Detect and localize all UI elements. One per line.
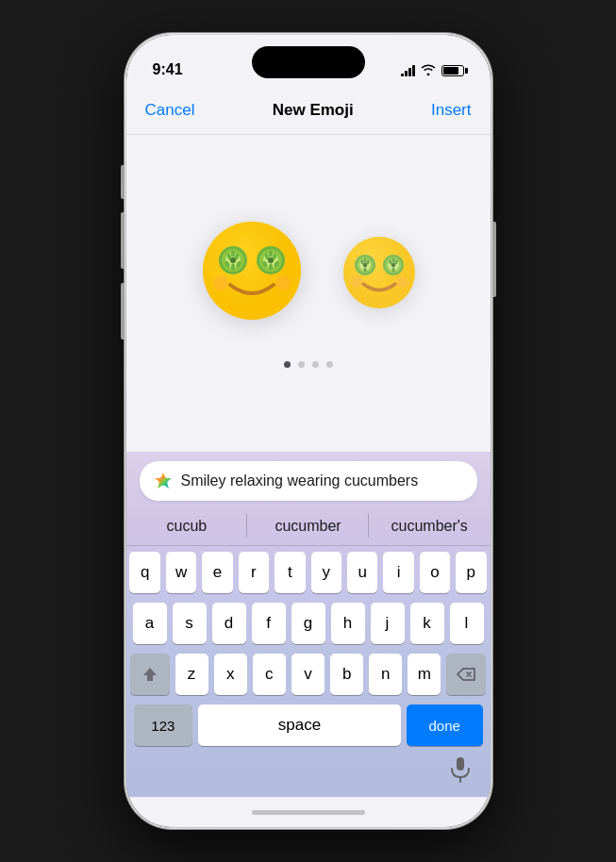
- key-p[interactable]: p: [456, 552, 486, 593]
- home-indicator-area: [126, 797, 491, 827]
- search-field[interactable]: Smiley relaxing wearing cucumbers: [140, 461, 477, 501]
- apple-intelligence-icon: [153, 471, 174, 491]
- power-button[interactable]: [492, 222, 496, 297]
- signal-icon: [401, 65, 415, 76]
- battery-icon: [441, 65, 464, 76]
- svg-point-7: [231, 251, 235, 257]
- svg-point-33: [362, 263, 366, 267]
- key-u[interactable]: u: [347, 552, 377, 593]
- key-g[interactable]: g: [291, 603, 325, 644]
- key-row-3: z x c v b n m: [130, 654, 487, 695]
- shift-key[interactable]: [130, 654, 170, 695]
- autocomplete-cucub[interactable]: cucub: [126, 506, 248, 545]
- key-f[interactable]: f: [252, 603, 286, 644]
- wifi-icon: [421, 63, 436, 78]
- screen-content: 9:41: [126, 35, 491, 827]
- dot-1[interactable]: [284, 361, 291, 368]
- svg-point-23: [275, 275, 291, 290]
- svg-point-40: [391, 268, 394, 273]
- svg-point-17: [269, 251, 273, 257]
- microphone-icon[interactable]: [447, 756, 474, 783]
- svg-point-8: [231, 264, 235, 271]
- cancel-button[interactable]: Cancel: [145, 101, 195, 120]
- svg-point-39: [391, 258, 394, 263]
- key-j[interactable]: j: [371, 603, 405, 644]
- svg-point-31: [363, 258, 366, 263]
- key-m[interactable]: m: [408, 654, 441, 695]
- key-n[interactable]: n: [369, 654, 402, 695]
- status-time: 9:41: [153, 61, 183, 78]
- svg-point-18: [269, 264, 273, 271]
- key-r[interactable]: r: [239, 552, 269, 593]
- svg-point-42: [351, 276, 362, 288]
- dot-4[interactable]: [326, 361, 333, 368]
- done-key[interactable]: done: [407, 705, 483, 746]
- keyboard: q w e r t y u i o p a s: [126, 546, 491, 746]
- svg-rect-45: [457, 757, 464, 771]
- phone-screen: 9:41: [126, 35, 491, 827]
- svg-point-22: [213, 275, 228, 290]
- key-z[interactable]: z: [175, 654, 208, 695]
- volume-down-button[interactable]: [121, 283, 125, 340]
- insert-button[interactable]: Insert: [431, 101, 472, 120]
- mic-area: [126, 752, 491, 787]
- key-s[interactable]: s: [173, 603, 207, 644]
- backspace-key[interactable]: [446, 654, 486, 695]
- volume-up-button[interactable]: [121, 212, 125, 269]
- phone-frame: 9:41: [125, 33, 492, 829]
- search-field-wrapper: Smiley relaxing wearing cucumbers: [126, 452, 491, 506]
- svg-point-11: [230, 257, 236, 263]
- autocomplete-cucumber[interactable]: cucumber: [247, 506, 369, 545]
- key-e[interactable]: e: [202, 552, 232, 593]
- key-x[interactable]: x: [214, 654, 247, 695]
- shift-icon: [142, 666, 158, 683]
- key-v[interactable]: v: [291, 654, 325, 695]
- nav-title: New Emoji: [273, 101, 354, 120]
- key-q[interactable]: q: [129, 552, 159, 593]
- key-h[interactable]: h: [331, 603, 365, 644]
- backspace-icon: [457, 668, 475, 681]
- key-w[interactable]: w: [166, 552, 196, 593]
- key-o[interactable]: o: [420, 552, 450, 593]
- key-d[interactable]: d: [212, 603, 246, 644]
- key-k[interactable]: k: [410, 603, 444, 644]
- key-t[interactable]: t: [275, 552, 305, 593]
- key-c[interactable]: c: [253, 654, 286, 695]
- search-input-text: Smiley relaxing wearing cucumbers: [181, 472, 464, 489]
- key-row-2: a s d f g h j k l: [130, 603, 487, 644]
- key-l[interactable]: l: [450, 603, 484, 644]
- dot-2[interactable]: [298, 361, 305, 368]
- key-b[interactable]: b: [330, 654, 363, 695]
- dynamic-island: [252, 46, 365, 78]
- page-dots: [284, 361, 333, 368]
- key-i[interactable]: i: [383, 552, 413, 593]
- status-icons: [401, 63, 464, 78]
- nav-bar: Cancel New Emoji Insert: [126, 86, 491, 135]
- secondary-emoji[interactable]: [341, 235, 417, 323]
- emoji-preview-area: [126, 135, 491, 452]
- key-a[interactable]: a: [133, 603, 167, 644]
- svg-point-43: [396, 276, 408, 288]
- autocomplete-cucumbers[interactable]: cucumber's: [369, 506, 491, 545]
- keyboard-section: Smiley relaxing wearing cucumbers cucub …: [126, 452, 491, 797]
- key-row-1: q w e r t y u i o p: [130, 552, 487, 593]
- svg-point-41: [391, 263, 394, 267]
- space-key[interactable]: space: [198, 705, 401, 746]
- bottom-row: 123 space done: [130, 705, 487, 746]
- emoji-row: [200, 219, 417, 339]
- key-y[interactable]: y: [311, 552, 341, 593]
- dot-3[interactable]: [312, 361, 319, 368]
- main-emoji[interactable]: [200, 219, 304, 339]
- autocomplete-bar: cucub cucumber cucumber's: [126, 506, 491, 546]
- svg-point-21: [268, 257, 274, 263]
- home-indicator: [252, 810, 365, 815]
- svg-point-1: [203, 222, 301, 320]
- numbers-key[interactable]: 123: [134, 705, 193, 746]
- svg-point-25: [343, 237, 415, 308]
- svg-point-32: [363, 268, 366, 273]
